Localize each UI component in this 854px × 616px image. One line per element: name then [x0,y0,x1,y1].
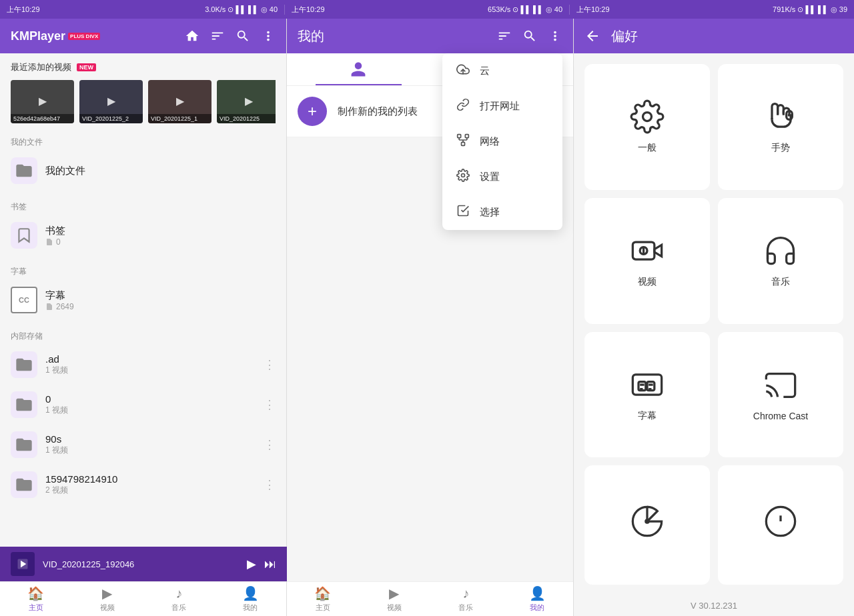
cast-icon [763,368,798,403]
info-icon [763,504,798,539]
pref-subtitle[interactable]: 字幕 [584,332,710,458]
my-files-name: 我的文件 [45,165,276,177]
folder-90s-name: 90s [45,433,256,445]
pref-info[interactable] [718,465,843,585]
my-nav-label: 我的 [243,603,258,613]
pref-gesture-label: 手势 [771,142,790,154]
play-icon-0: ▶ [39,94,47,107]
folder-0-more[interactable]: ⋮ [264,397,276,412]
folder-0[interactable]: 0 1 视频 ⋮ [0,385,286,425]
pref-music-label: 音乐 [771,276,790,288]
dropdown-network[interactable]: 网络 [442,124,562,159]
search-middle-btn[interactable] [522,29,537,43]
folder-ad[interactable]: .ad 1 视频 ⋮ [0,345,286,385]
left-header: KMPlayer PLUS DIVX [0,19,286,53]
my-files-section: 我的文件 我的文件 [0,129,286,193]
status-icons-3: 791K/s ⊙ ▌▌ ▌▌ ◎ 39 [773,5,847,14]
middle-title: 我的 [298,27,486,45]
video-mid-icon: ▶ [389,585,399,601]
dropdown-menu: 云 打开网址 网络 设置 [442,53,562,230]
pref-chromecast[interactable]: Chrome Cast [718,332,843,458]
pref-general[interactable]: 一般 [584,64,710,190]
folder-1594-sub: 2 视频 [45,485,256,496]
folder-ad-info: .ad 1 视频 [45,353,256,376]
bookmarks-label: 书签 [0,196,286,215]
dropdown-select[interactable]: 选择 [442,195,562,230]
nav-music-middle[interactable]: ♪ 音乐 [430,586,502,613]
bookmarks-item[interactable]: 书签 0 [0,215,286,255]
bookmarks-section: 书签 书签 0 [0,193,286,258]
link-icon [456,98,470,115]
play-pause-btn[interactable]: ▶ [247,557,256,571]
more-icon-btn[interactable] [261,29,276,43]
bookmark-icon [11,222,37,249]
folder-0-info: 0 1 视频 [45,393,256,416]
nav-video-left[interactable]: ▶ 视频 [71,585,143,613]
svg-point-19 [646,519,649,522]
player-title: VID_20201225_192046 [43,559,239,569]
subtitles-item[interactable]: CC 字幕 2649 [0,280,286,320]
my-files-item[interactable]: 我的文件 [0,151,286,191]
folder-90s[interactable]: 90s 1 视频 ⋮ [0,425,286,465]
back-button[interactable] [584,28,600,44]
nav-my-middle[interactable]: 👤 我的 [502,585,573,613]
folder-1594-icon [11,471,37,498]
pref-grid: 一般 手势 [574,53,854,595]
svg-point-10 [643,113,652,121]
bottom-nav-left: 🏠 主页 ▶ 视频 ♪ 音乐 👤 我的 [0,581,286,616]
pref-gesture[interactable]: 手势 [718,64,843,190]
version-text: V 30.12.231 [691,601,737,611]
pref-music[interactable]: 音乐 [718,198,843,324]
video-thumb-0[interactable]: ▶ 526ed42a68eb47 [11,80,74,123]
next-btn[interactable]: ⏭ [264,557,276,571]
nav-video-middle[interactable]: ▶ 视频 [358,585,430,613]
nav-my-left[interactable]: 👤 我的 [215,585,286,613]
status-icons-1: 3.0K/s ⊙ ▌▌ ▌▌ ◎ 40 [205,5,278,14]
folder-ad-name: .ad [45,353,256,365]
folder-1594-name: 1594798214910 [45,473,256,485]
sort-icon-btn[interactable] [210,29,225,43]
header-icons [185,29,276,43]
status-bar: 上午10:29 3.0K/s ⊙ ▌▌ ▌▌ ◎ 40 上午10:29 653K… [0,0,854,19]
dropdown-cloud[interactable]: 云 [442,53,562,89]
nav-music-left[interactable]: ♪ 音乐 [143,586,215,613]
dropdown-url[interactable]: 打开网址 [442,89,562,124]
music-mid-icon: ♪ [462,586,469,601]
cc-icon: CC [11,287,37,313]
home-icon-btn[interactable] [185,29,199,43]
middle-header: 我的 [287,19,573,53]
time-1: 上午10:29 [7,5,40,15]
my-mid-icon: 👤 [529,585,546,601]
logo: KMPlayer PLUS DIVX [11,29,100,43]
logo-text: KMPlayer [11,29,65,43]
svg-rect-3 [465,135,468,138]
more-middle-btn[interactable] [548,29,562,43]
status-segment-2: 上午10:29 653K/s ⊙ ▌▌ ▌▌ ◎ 40 [284,5,569,15]
my-files-label: 我的文件 [0,131,286,151]
search-icon-btn[interactable] [236,29,250,43]
dropdown-settings[interactable]: 设置 [442,159,562,195]
pref-video[interactable]: 视频 [584,198,710,324]
video-thumb-3[interactable]: ▶ VID_20201225 [217,80,276,123]
tab-person[interactable] [287,53,430,85]
nav-home-middle[interactable]: 🏠 主页 [287,585,358,613]
sort-middle-btn[interactable] [497,29,512,43]
pref-speed[interactable] [584,465,710,585]
video-pref-icon [630,233,665,268]
thumb-label-0: 526ed42a68eb47 [11,114,74,123]
video-thumb-1[interactable]: ▶ VID_20201225_2 [79,80,143,123]
folder-1594-more[interactable]: ⋮ [264,477,276,492]
folder-90s-info: 90s 1 视频 [45,433,256,456]
folder-1594[interactable]: 1594798214910 2 视频 ⋮ [0,465,286,505]
folder-90s-more[interactable]: ⋮ [264,437,276,452]
logo-badge: PLUS DIVX [68,33,100,40]
folder-ad-more[interactable]: ⋮ [264,357,276,372]
video-thumb-2[interactable]: ▶ VID_20201225_1 [148,80,211,123]
nav-home-left[interactable]: 🏠 主页 [0,585,71,613]
folder-icon [11,157,37,184]
right-title: 偏好 [611,27,638,45]
panel-left: KMPlayer PLUS DIVX [0,19,287,616]
thumb-label-2: VID_20201225_1 [148,114,211,123]
home-nav-icon: 🏠 [27,585,44,601]
my-nav-icon: 👤 [242,585,259,601]
